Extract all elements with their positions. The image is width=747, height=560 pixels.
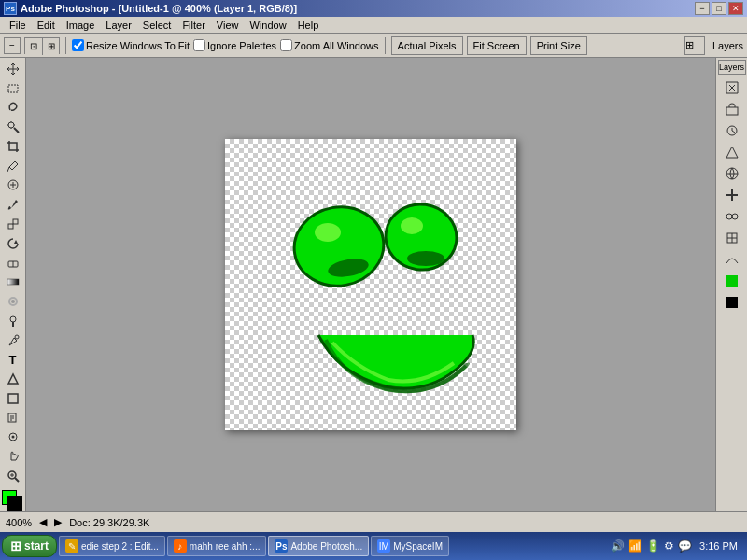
fit-screen-button[interactable]: Fit Screen	[467, 36, 527, 55]
marquee-tool-button[interactable]	[3, 79, 23, 98]
eraser-tool-button[interactable]	[3, 254, 23, 273]
panel-btn-6[interactable]	[720, 185, 744, 205]
taskbar-item-1-label: edie step 2 : Edit...	[81, 541, 159, 552]
tray-icon-4: ⚙	[664, 539, 674, 553]
menu-select[interactable]: Select	[137, 19, 177, 32]
svg-point-27	[11, 436, 14, 439]
menu-window[interactable]: Window	[245, 19, 292, 32]
svg-rect-53	[726, 275, 738, 287]
svg-point-49	[732, 214, 738, 219]
close-button[interactable]: ✕	[728, 2, 743, 15]
svg-line-43	[732, 131, 735, 133]
taskbar-tray: 🔊 📶 🔋 ⚙ 💬 3:16 PM	[611, 539, 745, 553]
resize-windows-checkbox[interactable]: Resize Windows To Fit	[72, 39, 190, 51]
menu-bar: File Edit Image Layer Select Filter View…	[0, 17, 747, 34]
gradient-tool-button[interactable]	[3, 273, 23, 291]
taskbar-item-3-label: Adobe Photosh...	[290, 541, 362, 552]
history-tool-button[interactable]	[3, 234, 23, 253]
print-size-button[interactable]: Print Size	[530, 36, 587, 55]
menu-filter[interactable]: Filter	[176, 19, 210, 32]
panel-btn-3[interactable]	[720, 120, 744, 141]
maximize-button[interactable]: □	[712, 2, 726, 15]
minimize-button[interactable]: −	[695, 2, 710, 15]
menu-view[interactable]: View	[211, 19, 245, 32]
taskbar-item-2[interactable]: ♪ mahh ree ahh :...	[167, 536, 267, 556]
title-bar: Ps Adobe Photoshop - [Untitled-1 @ 400% …	[0, 0, 747, 17]
zoom-out-button[interactable]: −	[4, 37, 21, 54]
dodge-tool-button[interactable]	[3, 312, 23, 330]
start-button[interactable]: ⊞ start	[2, 535, 57, 557]
svg-rect-0	[8, 85, 18, 92]
healing-tool-button[interactable]	[3, 176, 23, 195]
svg-point-32	[288, 200, 389, 292]
taskbar: ⊞ start ✎ edie step 2 : Edit... ♪ mahh r…	[0, 532, 747, 560]
panel-btn-5[interactable]	[720, 163, 744, 184]
crop-tool-button[interactable]	[3, 137, 23, 156]
panel-btn-2[interactable]	[720, 99, 744, 119]
taskbar-item-4[interactable]: IM MySpaceIM	[371, 536, 449, 556]
actual-pixels-button[interactable]: Actual Pixels	[391, 36, 463, 55]
start-label: start	[24, 539, 49, 553]
doc-info: Doc: 29.3K/29.3K	[69, 517, 149, 528]
menu-file[interactable]: File	[4, 19, 32, 32]
panel-btn-11[interactable]	[720, 292, 744, 313]
layers-label: Layers	[712, 40, 743, 51]
tray-icon-2: 📶	[628, 539, 642, 553]
hand-tool-button[interactable]	[3, 447, 23, 466]
zoom-fill-button[interactable]: ⊞	[42, 38, 59, 55]
background-color[interactable]	[7, 496, 22, 511]
magic-wand-tool-button[interactable]	[3, 118, 23, 136]
move-tool-button[interactable]	[3, 60, 23, 78]
svg-point-20	[15, 335, 19, 339]
taskbar-item-1[interactable]: ✎ edie step 2 : Edit...	[59, 536, 165, 556]
options-extras-button[interactable]: ⊞	[684, 36, 705, 55]
layers-panel-tab[interactable]: Layers	[718, 60, 746, 75]
menu-layer[interactable]: Layer	[100, 19, 137, 32]
svg-point-34	[315, 223, 341, 242]
eyedropper2-tool-button[interactable]	[3, 428, 23, 447]
pen-tool-button[interactable]	[3, 331, 23, 350]
app-icon: Ps	[4, 2, 17, 15]
brush-tool-button[interactable]	[3, 195, 23, 214]
notes-tool-button[interactable]	[3, 409, 23, 427]
nav-arrow-right[interactable]: ▶	[54, 516, 62, 528]
panel-btn-10[interactable]	[720, 271, 744, 291]
svg-rect-15	[7, 279, 19, 285]
menu-image[interactable]: Image	[61, 19, 101, 32]
panel-btn-1[interactable]	[720, 77, 744, 98]
color-swatches[interactable]	[2, 490, 24, 510]
panel-btn-7[interactable]	[720, 206, 744, 227]
separator2	[385, 37, 386, 54]
zoom-fit-button[interactable]: ⊡	[25, 38, 42, 55]
panel-btn-4[interactable]	[720, 142, 744, 162]
taskbar-item-3[interactable]: Ps Adobe Photosh...	[268, 536, 369, 556]
taskbar-item-2-label: mahh ree ahh :...	[190, 541, 261, 552]
shape-tool-button[interactable]	[3, 389, 23, 408]
main-area: T	[0, 58, 747, 511]
artwork-svg	[225, 139, 516, 430]
clone-tool-button[interactable]	[3, 215, 23, 233]
blur-tool-button[interactable]	[3, 292, 23, 311]
svg-line-7	[7, 167, 9, 172]
panel-btn-9[interactable]	[720, 249, 744, 270]
taskbar-item-3-icon: Ps	[275, 539, 288, 553]
zoom-all-windows-checkbox[interactable]: Zoom All Windows	[280, 39, 378, 51]
canvas-area	[26, 58, 715, 511]
text-tool-button[interactable]: T	[3, 350, 23, 369]
svg-point-39	[407, 251, 444, 266]
svg-line-29	[15, 478, 19, 482]
panel-btn-8[interactable]	[720, 228, 744, 248]
svg-point-2	[8, 122, 14, 128]
nav-arrow-left[interactable]: ◀	[39, 516, 47, 528]
lasso-tool-button[interactable]	[3, 99, 23, 118]
tray-icon-5: 💬	[678, 539, 692, 553]
eyedropper-tool-button[interactable]	[3, 157, 23, 175]
path-select-tool-button[interactable]	[3, 370, 23, 388]
document-canvas	[225, 139, 516, 430]
svg-point-38	[401, 217, 423, 234]
menu-help[interactable]: Help	[292, 19, 325, 32]
zoom-tool-button[interactable]	[3, 467, 23, 485]
taskbar-item-4-icon: IM	[377, 539, 390, 553]
ignore-palettes-checkbox[interactable]: Ignore Palettes	[193, 39, 276, 51]
menu-edit[interactable]: Edit	[32, 19, 61, 32]
